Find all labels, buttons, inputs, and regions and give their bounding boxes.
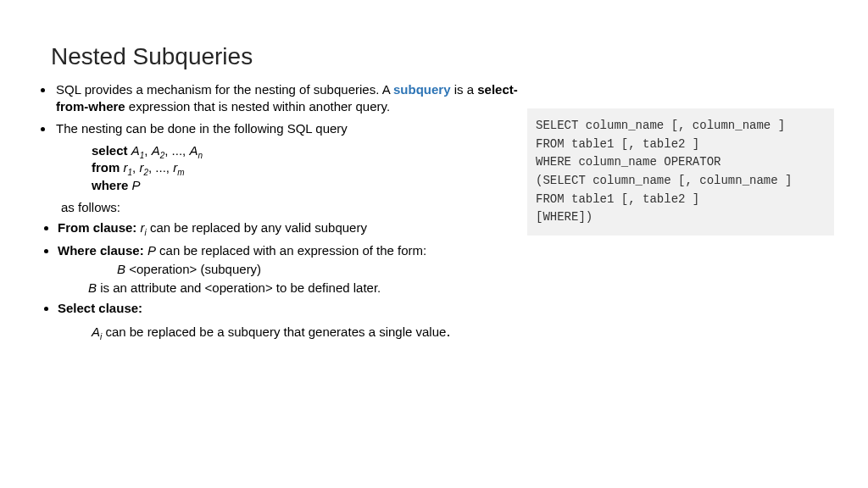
content-column: SQL provides a mechanism for the nesting…	[39, 81, 539, 342]
bullet-where-clause: Where clause: P can be replaced with an …	[58, 242, 539, 297]
text: can be replaced with an expression of th…	[156, 243, 426, 258]
text: is an attribute and <operation> to be de…	[97, 280, 381, 295]
var-p: P	[147, 243, 156, 258]
slide-title: Nested Subqueries	[51, 41, 826, 73]
bullet-definition: SQL provides a mechanism for the nesting…	[54, 81, 539, 116]
var-p: P	[132, 178, 141, 192]
var: A	[152, 143, 160, 158]
text: expression that is nested within another…	[125, 99, 390, 114]
label: From clause:	[58, 220, 136, 235]
sub: i	[100, 332, 102, 341]
label: Where clause:	[58, 243, 144, 258]
sub-list: From clause: ri can be replaced by any v…	[39, 219, 539, 342]
top-list: SQL provides a mechanism for the nesting…	[39, 81, 539, 138]
kw-from: from	[92, 160, 120, 175]
var-b: B	[117, 262, 125, 276]
period: .	[446, 323, 450, 340]
var-b: B	[88, 280, 97, 295]
a-line: Ai can be replaced be a subquery that ge…	[92, 321, 539, 343]
query-template: select A1, A2, ..., An from r1, r2, ...,…	[92, 143, 539, 192]
as-follows: as follows:	[61, 199, 539, 216]
bullet-select-clause: Select clause: Ai can be replaced be a s…	[58, 300, 539, 342]
sub: i	[145, 228, 147, 237]
sql-code-box: SELECT column_name [, column_name ] FROM…	[527, 108, 834, 236]
var: A	[92, 324, 100, 339]
bullet-from-clause: From clause: ri can be replaced by any v…	[58, 219, 539, 239]
operation-line: B <operation> (subquery)	[117, 261, 539, 278]
text: can be replaced by any valid subquery	[150, 220, 367, 235]
label: Select clause:	[58, 301, 142, 315]
slide-content: Nested Subqueries SQL provides a mechani…	[0, 0, 868, 363]
text: is a	[451, 82, 478, 97]
kw-select: select	[92, 143, 128, 158]
text: <operation> (subquery)	[125, 262, 261, 276]
text: can be replaced be a subquery that gener…	[105, 324, 446, 339]
var: A	[189, 143, 198, 158]
text: SQL provides a mechanism for the nesting…	[56, 82, 393, 97]
kw-where: where	[92, 178, 128, 192]
text: The nesting can be done in the following…	[56, 121, 348, 136]
bullet-nesting: The nesting can be done in the following…	[54, 120, 539, 137]
var: A	[131, 143, 140, 158]
term-subquery: subquery	[393, 82, 451, 97]
b-definition: B is an attribute and <operation> to be …	[88, 280, 539, 297]
